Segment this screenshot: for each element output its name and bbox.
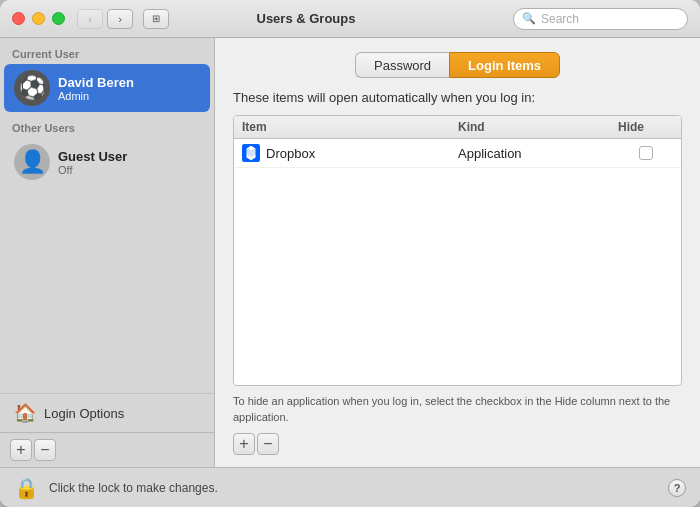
lock-icon[interactable]: 🔒 [14, 476, 39, 500]
description-text: These items will open automatically when… [233, 90, 682, 105]
window-title: Users & Groups [99, 11, 513, 26]
tab-password[interactable]: Password [355, 52, 449, 78]
avatar-guest: 👤 [14, 144, 50, 180]
table-row[interactable]: Dropbox Application [234, 139, 681, 168]
other-users-section-label: Other Users [0, 112, 214, 138]
sidebar-toolbar: + − [0, 432, 214, 467]
window: ‹ › ⊞ Users & Groups 🔍 Current User ⚽ Da… [0, 0, 700, 507]
add-user-button[interactable]: + [10, 439, 32, 461]
user-name-guest: Guest User [58, 149, 127, 164]
traffic-lights [12, 12, 65, 25]
search-icon: 🔍 [522, 12, 536, 25]
col-header-item: Item [242, 120, 458, 134]
main-content: Current User ⚽ David Beren Admin Other U… [0, 38, 700, 467]
maximize-button[interactable] [52, 12, 65, 25]
right-panel: Password Login Items These items will op… [215, 38, 700, 467]
remove-item-button[interactable]: − [257, 433, 279, 455]
close-button[interactable] [12, 12, 25, 25]
user-role-david: Admin [58, 90, 134, 102]
remove-user-button[interactable]: − [34, 439, 56, 461]
cell-hide[interactable] [618, 146, 673, 160]
user-info-david: David Beren Admin [58, 75, 134, 102]
login-options-label: Login Options [44, 406, 124, 421]
search-input[interactable] [541, 12, 679, 26]
col-header-hide: Hide [618, 120, 673, 134]
user-role-guest: Off [58, 164, 127, 176]
search-box[interactable]: 🔍 [513, 8, 688, 30]
bottom-note: To hide an application when you log in, … [233, 394, 682, 425]
avatar-david: ⚽ [14, 70, 50, 106]
hide-checkbox[interactable] [639, 146, 653, 160]
user-info-guest: Guest User Off [58, 149, 127, 176]
sidebar: Current User ⚽ David Beren Admin Other U… [0, 38, 215, 467]
tabs-row: Password Login Items [233, 52, 682, 78]
login-options-icon: 🏠 [14, 402, 36, 424]
items-table: Item Kind Hide [233, 115, 682, 386]
minimize-button[interactable] [32, 12, 45, 25]
sidebar-item-david[interactable]: ⚽ David Beren Admin [4, 64, 210, 112]
footer: 🔒 Click the lock to make changes. ? [0, 467, 700, 507]
table-header: Item Kind Hide [234, 116, 681, 139]
sidebar-item-guest[interactable]: 👤 Guest User Off [4, 138, 210, 186]
help-button[interactable]: ? [668, 479, 686, 497]
cell-kind: Application [458, 146, 618, 161]
user-name-david: David Beren [58, 75, 134, 90]
tab-login-items[interactable]: Login Items [449, 52, 560, 78]
login-options-item[interactable]: 🏠 Login Options [0, 393, 214, 432]
col-header-kind: Kind [458, 120, 618, 134]
bottom-toolbar: + − [233, 433, 682, 455]
back-button[interactable]: ‹ [77, 9, 103, 29]
cell-item-name: Dropbox [242, 144, 458, 162]
add-item-button[interactable]: + [233, 433, 255, 455]
dropbox-icon [242, 144, 260, 162]
current-user-section-label: Current User [0, 38, 214, 64]
item-name-text: Dropbox [266, 146, 315, 161]
footer-text: Click the lock to make changes. [49, 481, 658, 495]
table-body: Dropbox Application [234, 139, 681, 385]
title-bar: ‹ › ⊞ Users & Groups 🔍 [0, 0, 700, 38]
